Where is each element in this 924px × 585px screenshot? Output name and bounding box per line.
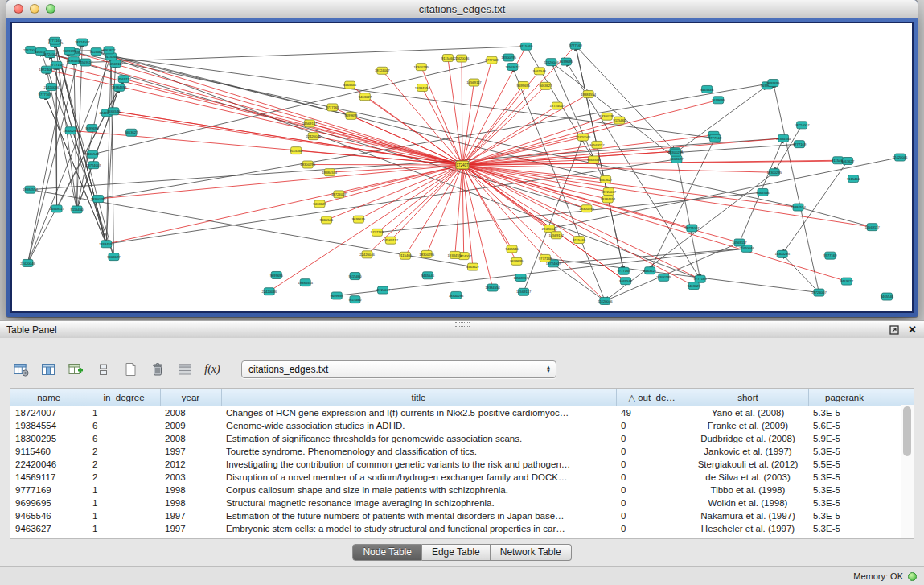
table-row[interactable]: 1456911722003Disruption of a novel membe…: [10, 471, 914, 484]
dropdown-arrows-icon: ▲ ▼: [546, 365, 551, 373]
graph-node-label: 9699695: [352, 217, 366, 221]
memory-indicator-icon[interactable]: [908, 572, 917, 581]
column-header-year[interactable]: year: [160, 389, 221, 406]
network-graph[interactable]: 1872400719384554183002959115460224200461…: [12, 23, 912, 311]
graph-node-label: 14569117: [589, 143, 605, 147]
cell-short: Dudbridge et al. (2008): [688, 432, 808, 445]
cell-title: Corpus callosum shape and size in male p…: [221, 484, 616, 496]
graph-node-label: 9777169: [326, 105, 339, 109]
cell-title: Tourette syndrome. Phenomenology and cla…: [221, 445, 616, 458]
column-header-out_degree[interactable]: △ out_de…: [616, 389, 688, 406]
table-row[interactable]: 946362711997Embryonic stem cells: a mode…: [10, 522, 914, 535]
graph-node-label: 9777169: [485, 58, 499, 62]
tab-network-table[interactable]: Network Table: [491, 544, 572, 561]
delete-table-icon[interactable]: [148, 360, 167, 379]
graph-node-label: 9699695: [517, 84, 531, 88]
zoom-window-button[interactable]: [46, 4, 55, 14]
graph-node-label: 9777169: [48, 39, 62, 43]
graph-node-label: 19384554: [776, 137, 791, 141]
cell-out_degree: 0: [616, 432, 688, 445]
graph-node-label: 9777169: [823, 253, 837, 257]
graph-node-label: 9115460: [441, 56, 455, 60]
graph-node-label: 9699695: [270, 274, 284, 278]
graph-node-label: 9777169: [693, 277, 707, 281]
graph-node-label: 14569117: [302, 122, 318, 126]
scrollbar-thumb[interactable]: [903, 406, 911, 456]
graph-node-label: 19384554: [99, 242, 114, 246]
graph-node-label: 9463627: [670, 157, 684, 161]
graph-node-label: 9699695: [712, 98, 725, 102]
cell-out_degree: 49: [616, 406, 688, 420]
column-header-short[interactable]: short: [688, 389, 808, 406]
graph-node-label: 18724007: [550, 104, 565, 108]
table-row[interactable]: 1872400712008Changes of HCN gene express…: [10, 406, 914, 420]
cell-short: Nakamura et al. (1997): [688, 509, 808, 522]
cell-name: 18724007: [10, 406, 88, 420]
show-columns-icon[interactable]: [39, 360, 58, 379]
graph-node-label: 19384554: [23, 187, 38, 192]
table-row[interactable]: 2242004622012Investigating the contribut…: [10, 458, 914, 471]
graph-node-label: 18724007: [375, 68, 390, 72]
close-window-button[interactable]: [14, 4, 23, 14]
float-panel-icon[interactable]: [889, 324, 899, 335]
cell-title: Embryonic stem cells: a model to study s…: [221, 522, 616, 535]
cell-name: 9699695: [10, 496, 88, 509]
graph-node-label: 9115460: [105, 55, 118, 59]
graph-edges-red: [47, 46, 873, 301]
graph-node-label: 22420046: [261, 290, 277, 294]
graph-node-label: 9465546: [700, 88, 714, 92]
table-options-icon[interactable]: [11, 360, 31, 379]
create-column-icon[interactable]: [66, 360, 85, 379]
table-row[interactable]: 946554611997Estimation of the future num…: [10, 509, 914, 522]
graph-node-label: 18300295: [63, 129, 78, 133]
close-panel-icon[interactable]: ✕: [907, 324, 918, 335]
graph-node-label: 18724007: [75, 40, 90, 44]
graph-node-label: 9465546: [533, 69, 547, 73]
cell-in_degree: 1: [88, 496, 160, 509]
import-table-icon[interactable]: [175, 360, 195, 379]
graph-node-label: 9463627: [643, 269, 657, 273]
graph-node-label: 18300295: [766, 171, 782, 175]
tab-edge-table[interactable]: Edge Table: [422, 544, 491, 561]
graph-node-label: 9115460: [519, 44, 533, 48]
table-selector-dropdown[interactable]: citations_edges.txt ▲ ▼: [241, 360, 556, 378]
cell-out_degree: 0: [616, 484, 688, 496]
graph-node-label: 14569117: [108, 62, 123, 66]
table-row[interactable]: 1830029562008Estimation of significance …: [10, 432, 914, 445]
cell-name: 22420046: [10, 458, 88, 471]
graph-node-label: 22420046: [542, 227, 557, 231]
tab-node-table[interactable]: Node Table: [352, 544, 422, 561]
graph-node-label: 22420046: [544, 60, 559, 64]
column-header-title[interactable]: title: [221, 389, 616, 406]
cell-out_degree: 0: [616, 496, 688, 509]
cell-short: Tibbo et al. (1998): [688, 484, 808, 496]
table-row[interactable]: 969969511998Structural magnetic resonanc…: [10, 496, 914, 509]
panel-resize-grip[interactable]: [455, 322, 470, 327]
table-vertical-scrollbar[interactable]: [901, 405, 914, 538]
minimize-window-button[interactable]: [30, 4, 39, 14]
table-row[interactable]: 1938455462009Genome-wide association stu…: [10, 419, 914, 432]
function-builder-icon[interactable]: f(x): [203, 360, 222, 379]
cell-in_degree: 1: [88, 522, 160, 535]
table-row[interactable]: 977716911998Corpus callosum shape and si…: [10, 484, 914, 496]
column-header-name[interactable]: name: [10, 389, 88, 406]
rows-icon[interactable]: [93, 360, 113, 379]
cell-out_degree: 0: [616, 522, 688, 535]
graph-node-label: 9777169: [569, 43, 583, 47]
graph-node-label: 14569117: [505, 65, 520, 69]
graph-node-label: 9699695: [510, 259, 524, 263]
column-header-pagerank[interactable]: pagerank: [808, 389, 881, 406]
cell-year: 2008: [160, 432, 221, 445]
network-window-titlebar[interactable]: citations_edges.txt: [6, 0, 918, 19]
cell-name: 19384554: [10, 419, 88, 432]
table-row[interactable]: 911546021997Tourette syndrome. Phenomeno…: [10, 445, 914, 458]
cell-in_degree: 1: [88, 509, 160, 522]
cell-pagerank: 5.3E-5: [808, 445, 881, 458]
table-panel: Table Panel ✕: [0, 320, 924, 585]
column-header-in_degree[interactable]: in_degree: [88, 389, 160, 406]
cell-year: 1997: [160, 509, 221, 522]
new-table-icon[interactable]: [121, 360, 140, 379]
cell-in_degree: 1: [88, 406, 160, 420]
graph-node-label: 22420046: [598, 299, 613, 303]
graph-node-label: 18300295: [668, 150, 684, 154]
